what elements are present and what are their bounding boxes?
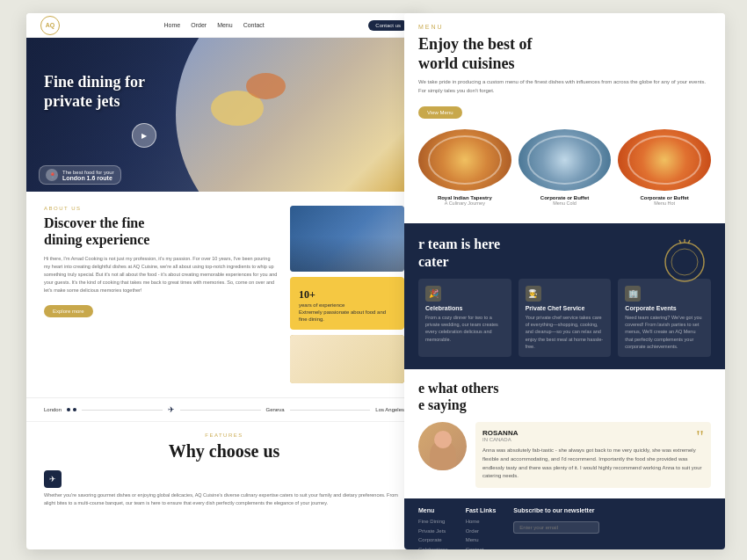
- celebrations-icon: 🎉: [425, 286, 441, 302]
- location-icon: 📍: [46, 169, 58, 181]
- corporate-desc: Need team catering? We've got you covere…: [625, 314, 704, 350]
- nav-cta-button[interactable]: Contact us: [368, 20, 408, 31]
- nav-home[interactable]: Home: [164, 22, 181, 28]
- view-menu-button[interactable]: View Menu: [418, 106, 462, 119]
- footer-col-links: Fast Links HomeOrderMenuContact: [466, 507, 497, 549]
- hero-food-image: [176, 38, 422, 192]
- stats-number: 10+: [299, 284, 395, 302]
- nav-links: Home Order Menu Contact: [164, 22, 265, 28]
- footer-col-menu: Menu Fine DiningPrivate JetsCorporateCel…: [418, 507, 448, 549]
- route-city-3: Los Angeles: [375, 407, 404, 412]
- service-plate-icon: [658, 236, 711, 292]
- about-section: ABOUT US Discover the fine dining experi…: [26, 192, 422, 397]
- reviewer-avatar: [418, 422, 467, 470]
- route-dot-2: [73, 408, 76, 411]
- dish-card-2: Corporate or Buffet Menu Cold: [519, 129, 612, 206]
- dish-card-1: Royal Indian Tapestry A Culinary Journey: [418, 129, 511, 206]
- right-footer: Menu Fine DiningPrivate JetsCorporateCel…: [404, 498, 725, 549]
- features-section: FEATURES Why choose us ✈ Whether you're …: [26, 421, 422, 517]
- celebrations-title: Celebrations: [425, 305, 504, 311]
- route-bar: London ✈ Geneva Los Angeles: [26, 397, 422, 421]
- quote-icon: ": [696, 425, 704, 448]
- dish-image-1: [418, 129, 511, 191]
- footer-col-newsletter: Subscribe to our newsletter: [513, 507, 599, 549]
- about-description: Hi there, I'm Amad Cooking is not just m…: [44, 255, 278, 294]
- team-card-chef: 👨‍🍳 Private Chef Service Your private ch…: [519, 279, 612, 357]
- about-title: Discover the fine dining experience: [44, 215, 278, 248]
- footer-menu-links: Fine DiningPrivate JetsCorporateCelebrat…: [418, 517, 448, 549]
- about-label: ABOUT US: [44, 206, 278, 211]
- chef-title: Private Chef Service: [526, 305, 605, 311]
- dish-image-2: [519, 129, 612, 191]
- menu-section: MENU Enjoy the best of world cuisines We…: [404, 13, 725, 223]
- reviewer-name: ROSANNA: [482, 429, 704, 437]
- team-card-celebrations: 🎉 Celebrations From a cozy dinner for tw…: [418, 279, 511, 357]
- features-title: Why choose us: [44, 441, 404, 462]
- footer-newsletter-title: Subscribe to our newsletter: [513, 507, 599, 513]
- reviewer-location: IN CANADA: [482, 437, 704, 442]
- dish-sub-2: Menu Cold: [519, 200, 612, 206]
- stats-label: years of experience: [299, 302, 395, 309]
- about-image-plane: [290, 206, 404, 272]
- route-line-3: [290, 410, 371, 411]
- dish-image-3: [618, 129, 711, 191]
- about-left: ABOUT US Discover the fine dining experi…: [44, 206, 278, 383]
- feature-icon-1: ✈: [44, 470, 62, 488]
- route-dot-1: [67, 408, 70, 411]
- feature-col-1: ✈ Whether you're savoring gourmet dishes…: [44, 470, 404, 506]
- dish-sub-3: Menu Hot: [618, 200, 711, 206]
- menu-label: MENU: [418, 24, 711, 30]
- hero-title: Fine dining for private jets: [44, 73, 145, 111]
- review-box: " ROSANNA IN CANADA Anna was absolutely …: [475, 422, 711, 487]
- route-dots: [67, 408, 76, 411]
- chef-image: [290, 335, 404, 383]
- footer-fast-links: HomeOrderMenuContact: [466, 517, 497, 549]
- play-button[interactable]: ▶: [132, 123, 156, 148]
- stats-box: 10+ years of experience Extremely passio…: [290, 277, 404, 330]
- stats-passion: Extremely passionate about food and fine…: [299, 309, 395, 324]
- logo[interactable]: AQ: [40, 16, 60, 35]
- review-text: Anna was absolutely fab-tastic - she alw…: [482, 447, 704, 480]
- svg-point-1: [671, 249, 698, 275]
- about-right: 10+ years of experience Extremely passio…: [290, 206, 404, 383]
- corporate-icon: 🏢: [625, 286, 641, 302]
- menu-title: Enjoy the best of world cuisines: [418, 35, 711, 73]
- hero-text: Fine dining for private jets: [44, 73, 145, 111]
- plane-icon: ✈: [168, 405, 175, 414]
- menu-description: We take pride in producing a custom menu…: [418, 78, 711, 95]
- left-website-mockup: AQ Home Order Menu Contact Contact us Fi…: [26, 13, 422, 549]
- features-label: FEATURES: [44, 433, 404, 438]
- dish-card-3: Corporate or Buffet Menu Hot: [618, 129, 711, 206]
- hero-badge-text: The best food for your London 1.6 route: [62, 170, 114, 181]
- footer-links-title: Fast Links: [466, 507, 497, 513]
- team-section: r team is here cater 🎉 Celebrations From…: [404, 223, 725, 369]
- hero-badge: 📍 The best food for your London 1.6 rout…: [39, 165, 121, 185]
- testimonial-title: e what others e saying: [418, 380, 711, 413]
- feature-desc-1: Whether you're savoring gourmet dishes o…: [44, 491, 404, 506]
- nav-contact[interactable]: Contact: [243, 22, 265, 28]
- hero-section: Fine dining for private jets ▶ 📍 The bes…: [26, 38, 422, 192]
- testimonial-section: e what others e saying " ROSANNA IN CANA…: [404, 369, 725, 498]
- dishes-grid: Royal Indian Tapestry A Culinary Journey…: [418, 129, 711, 206]
- newsletter-input[interactable]: [513, 521, 599, 534]
- right-website-mockup: MENU Enjoy the best of world cuisines We…: [404, 13, 725, 549]
- route-line-2: [180, 410, 261, 411]
- chef-icon: 👨‍🍳: [526, 286, 541, 302]
- nav-bar: AQ Home Order Menu Contact Contact us: [26, 13, 422, 38]
- nav-menu[interactable]: Menu: [217, 22, 233, 28]
- route-line: [82, 410, 163, 411]
- corporate-title: Corporate Events: [625, 305, 704, 311]
- chef-desc: Your private chef service takes care of …: [526, 314, 605, 350]
- footer-menu-title: Menu: [418, 507, 448, 513]
- route-city-2: Geneva: [266, 407, 285, 412]
- route-city-1: London: [44, 407, 62, 412]
- testimonial-content: " ROSANNA IN CANADA Anna was absolutely …: [418, 422, 711, 487]
- dish-sub-1: A Culinary Journey: [418, 200, 511, 206]
- nav-order[interactable]: Order: [191, 22, 207, 28]
- celebrations-desc: From a cozy dinner for two to a private …: [425, 314, 504, 343]
- explore-button[interactable]: Explore more: [44, 305, 93, 317]
- features-cols: ✈ Whether you're savoring gourmet dishes…: [44, 470, 404, 506]
